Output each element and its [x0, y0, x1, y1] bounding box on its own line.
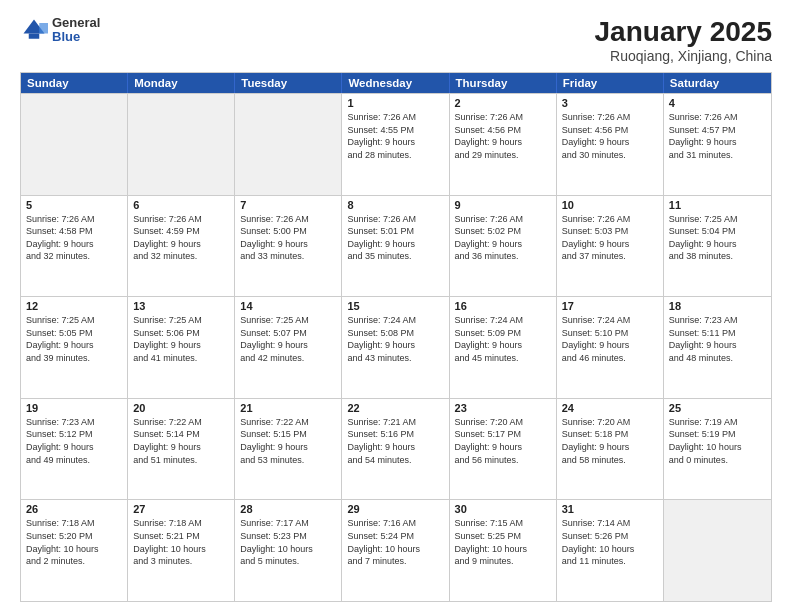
- day-info: Sunrise: 7:26 AMSunset: 4:59 PMDaylight:…: [133, 213, 229, 263]
- day-info: Sunrise: 7:18 AMSunset: 5:20 PMDaylight:…: [26, 517, 122, 567]
- day-number: 23: [455, 402, 551, 414]
- cal-row: 1Sunrise: 7:26 AMSunset: 4:55 PMDaylight…: [21, 93, 771, 195]
- day-info: Sunrise: 7:16 AMSunset: 5:24 PMDaylight:…: [347, 517, 443, 567]
- day-number: 5: [26, 199, 122, 211]
- cal-cell: 1Sunrise: 7:26 AMSunset: 4:55 PMDaylight…: [342, 94, 449, 195]
- cal-cell: 30Sunrise: 7:15 AMSunset: 5:25 PMDayligh…: [450, 500, 557, 601]
- day-number: 21: [240, 402, 336, 414]
- location-title: Ruoqiang, Xinjiang, China: [595, 48, 772, 64]
- day-info: Sunrise: 7:20 AMSunset: 5:17 PMDaylight:…: [455, 416, 551, 466]
- calendar: Sunday Monday Tuesday Wednesday Thursday…: [20, 72, 772, 602]
- day-info: Sunrise: 7:24 AMSunset: 5:10 PMDaylight:…: [562, 314, 658, 364]
- cal-cell: 23Sunrise: 7:20 AMSunset: 5:17 PMDayligh…: [450, 399, 557, 500]
- day-info: Sunrise: 7:20 AMSunset: 5:18 PMDaylight:…: [562, 416, 658, 466]
- cal-cell: 24Sunrise: 7:20 AMSunset: 5:18 PMDayligh…: [557, 399, 664, 500]
- svg-rect-1: [29, 34, 40, 39]
- logo-text: General Blue: [52, 16, 100, 45]
- cal-row: 12Sunrise: 7:25 AMSunset: 5:05 PMDayligh…: [21, 296, 771, 398]
- cal-cell: 13Sunrise: 7:25 AMSunset: 5:06 PMDayligh…: [128, 297, 235, 398]
- day-info: Sunrise: 7:17 AMSunset: 5:23 PMDaylight:…: [240, 517, 336, 567]
- cal-cell: 6Sunrise: 7:26 AMSunset: 4:59 PMDaylight…: [128, 196, 235, 297]
- cal-cell: 31Sunrise: 7:14 AMSunset: 5:26 PMDayligh…: [557, 500, 664, 601]
- header-monday: Monday: [128, 73, 235, 93]
- cal-cell: 3Sunrise: 7:26 AMSunset: 4:56 PMDaylight…: [557, 94, 664, 195]
- day-number: 31: [562, 503, 658, 515]
- day-number: 18: [669, 300, 766, 312]
- day-info: Sunrise: 7:21 AMSunset: 5:16 PMDaylight:…: [347, 416, 443, 466]
- cal-cell: [664, 500, 771, 601]
- cal-cell: [235, 94, 342, 195]
- day-info: Sunrise: 7:18 AMSunset: 5:21 PMDaylight:…: [133, 517, 229, 567]
- day-info: Sunrise: 7:22 AMSunset: 5:14 PMDaylight:…: [133, 416, 229, 466]
- day-number: 20: [133, 402, 229, 414]
- cal-row: 26Sunrise: 7:18 AMSunset: 5:20 PMDayligh…: [21, 499, 771, 601]
- header-thursday: Thursday: [450, 73, 557, 93]
- day-info: Sunrise: 7:26 AMSunset: 4:58 PMDaylight:…: [26, 213, 122, 263]
- cal-cell: 9Sunrise: 7:26 AMSunset: 5:02 PMDaylight…: [450, 196, 557, 297]
- logo-blue: Blue: [52, 30, 100, 44]
- day-number: 27: [133, 503, 229, 515]
- day-number: 17: [562, 300, 658, 312]
- header-wednesday: Wednesday: [342, 73, 449, 93]
- cal-cell: 21Sunrise: 7:22 AMSunset: 5:15 PMDayligh…: [235, 399, 342, 500]
- title-block: January 2025 Ruoqiang, Xinjiang, China: [595, 16, 772, 64]
- day-number: 2: [455, 97, 551, 109]
- cal-cell: [21, 94, 128, 195]
- day-number: 16: [455, 300, 551, 312]
- day-number: 6: [133, 199, 229, 211]
- day-number: 14: [240, 300, 336, 312]
- cal-cell: 29Sunrise: 7:16 AMSunset: 5:24 PMDayligh…: [342, 500, 449, 601]
- day-number: 26: [26, 503, 122, 515]
- month-year-title: January 2025: [595, 16, 772, 48]
- day-info: Sunrise: 7:26 AMSunset: 5:00 PMDaylight:…: [240, 213, 336, 263]
- cal-row: 5Sunrise: 7:26 AMSunset: 4:58 PMDaylight…: [21, 195, 771, 297]
- day-info: Sunrise: 7:26 AMSunset: 4:56 PMDaylight:…: [562, 111, 658, 161]
- day-info: Sunrise: 7:26 AMSunset: 4:56 PMDaylight:…: [455, 111, 551, 161]
- header-sunday: Sunday: [21, 73, 128, 93]
- calendar-header: Sunday Monday Tuesday Wednesday Thursday…: [21, 73, 771, 93]
- header-saturday: Saturday: [664, 73, 771, 93]
- day-number: 10: [562, 199, 658, 211]
- cal-cell: 15Sunrise: 7:24 AMSunset: 5:08 PMDayligh…: [342, 297, 449, 398]
- day-info: Sunrise: 7:23 AMSunset: 5:11 PMDaylight:…: [669, 314, 766, 364]
- day-number: 29: [347, 503, 443, 515]
- day-number: 8: [347, 199, 443, 211]
- day-number: 28: [240, 503, 336, 515]
- day-info: Sunrise: 7:26 AMSunset: 4:55 PMDaylight:…: [347, 111, 443, 161]
- day-info: Sunrise: 7:26 AMSunset: 5:01 PMDaylight:…: [347, 213, 443, 263]
- day-number: 13: [133, 300, 229, 312]
- cal-cell: 17Sunrise: 7:24 AMSunset: 5:10 PMDayligh…: [557, 297, 664, 398]
- cal-cell: 18Sunrise: 7:23 AMSunset: 5:11 PMDayligh…: [664, 297, 771, 398]
- cal-row: 19Sunrise: 7:23 AMSunset: 5:12 PMDayligh…: [21, 398, 771, 500]
- cal-cell: 27Sunrise: 7:18 AMSunset: 5:21 PMDayligh…: [128, 500, 235, 601]
- cal-cell: 2Sunrise: 7:26 AMSunset: 4:56 PMDaylight…: [450, 94, 557, 195]
- logo-icon: [20, 16, 48, 44]
- day-number: 12: [26, 300, 122, 312]
- cal-cell: 4Sunrise: 7:26 AMSunset: 4:57 PMDaylight…: [664, 94, 771, 195]
- cal-cell: 12Sunrise: 7:25 AMSunset: 5:05 PMDayligh…: [21, 297, 128, 398]
- cal-cell: [128, 94, 235, 195]
- cal-cell: 20Sunrise: 7:22 AMSunset: 5:14 PMDayligh…: [128, 399, 235, 500]
- cal-cell: 5Sunrise: 7:26 AMSunset: 4:58 PMDaylight…: [21, 196, 128, 297]
- day-number: 4: [669, 97, 766, 109]
- day-info: Sunrise: 7:25 AMSunset: 5:05 PMDaylight:…: [26, 314, 122, 364]
- day-info: Sunrise: 7:24 AMSunset: 5:08 PMDaylight:…: [347, 314, 443, 364]
- day-number: 24: [562, 402, 658, 414]
- day-number: 7: [240, 199, 336, 211]
- day-info: Sunrise: 7:22 AMSunset: 5:15 PMDaylight:…: [240, 416, 336, 466]
- day-info: Sunrise: 7:26 AMSunset: 5:03 PMDaylight:…: [562, 213, 658, 263]
- header-tuesday: Tuesday: [235, 73, 342, 93]
- svg-marker-2: [39, 23, 48, 34]
- header: General Blue January 2025 Ruoqiang, Xinj…: [20, 16, 772, 64]
- day-info: Sunrise: 7:25 AMSunset: 5:06 PMDaylight:…: [133, 314, 229, 364]
- day-info: Sunrise: 7:19 AMSunset: 5:19 PMDaylight:…: [669, 416, 766, 466]
- day-number: 30: [455, 503, 551, 515]
- day-info: Sunrise: 7:25 AMSunset: 5:04 PMDaylight:…: [669, 213, 766, 263]
- cal-cell: 19Sunrise: 7:23 AMSunset: 5:12 PMDayligh…: [21, 399, 128, 500]
- day-info: Sunrise: 7:15 AMSunset: 5:25 PMDaylight:…: [455, 517, 551, 567]
- calendar-page: General Blue January 2025 Ruoqiang, Xinj…: [0, 0, 792, 612]
- day-number: 25: [669, 402, 766, 414]
- day-number: 11: [669, 199, 766, 211]
- cal-cell: 25Sunrise: 7:19 AMSunset: 5:19 PMDayligh…: [664, 399, 771, 500]
- cal-cell: 16Sunrise: 7:24 AMSunset: 5:09 PMDayligh…: [450, 297, 557, 398]
